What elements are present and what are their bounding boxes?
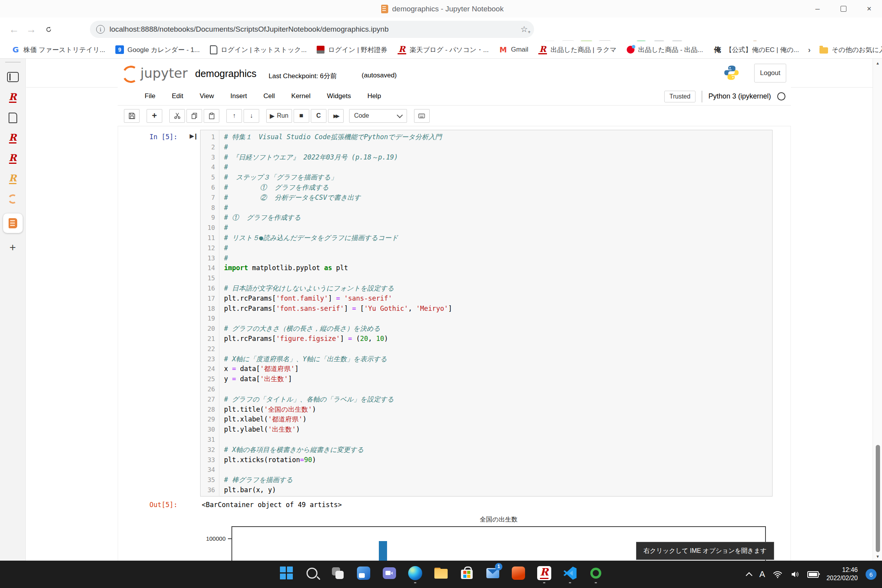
page-scrollbar[interactable]: ▲ ▼	[873, 59, 882, 561]
bookmark-item[interactable]: 株価 ファーストリテイリ...	[6, 43, 110, 56]
browser-navbar: ← → i localhost:8888/notebooks/Documents…	[0, 18, 882, 41]
menu-edit[interactable]: Edit	[163, 92, 191, 100]
rakuten-app-button[interactable]: R	[536, 566, 552, 583]
move-cell-down-button[interactable]: ↓	[244, 109, 259, 123]
active-tab[interactable]: demographics - Jupyter Notebook	[381, 0, 504, 18]
menu-view[interactable]: View	[192, 92, 222, 100]
forward-button[interactable]: →	[23, 21, 40, 38]
save-button[interactable]	[124, 109, 140, 123]
battery-icon[interactable]	[807, 571, 819, 578]
bookmark-item[interactable]: 【公式】俺のEC | 俺の...	[708, 43, 804, 56]
paste-cell-button[interactable]	[204, 109, 219, 123]
url-text[interactable]: localhost:8888/notebooks/Documents/Scrip…	[109, 25, 516, 34]
task-view-button[interactable]	[330, 566, 346, 583]
bookmark-item[interactable]: 出品した商品 | ラクマ	[533, 43, 622, 56]
code-line: # ② 分析データをCSVで書き出す	[224, 193, 772, 203]
widgets-button[interactable]	[356, 566, 371, 583]
bookmark-item[interactable]: 楽天ブログ - パソコン・...	[393, 43, 494, 56]
fast-forward-icon: ▶▶	[333, 113, 338, 119]
add-cell-button[interactable]: +	[147, 109, 162, 123]
menu-cell[interactable]: Cell	[255, 92, 283, 100]
search-button[interactable]	[304, 566, 320, 583]
mail-button[interactable]: 1	[485, 566, 500, 583]
notification-count-badge[interactable]: 6	[866, 569, 877, 580]
rakuten-tab-icon[interactable]: R	[7, 91, 19, 103]
volume-icon[interactable]	[790, 570, 800, 579]
interrupt-kernel-button[interactable]: ■	[294, 109, 309, 123]
code-line: plt.xlabel('都道府県')	[224, 414, 772, 425]
y-axis-tick-label: 100000	[183, 535, 226, 542]
cut-icon	[174, 113, 181, 119]
scroll-down-arrow[interactable]: ▼	[873, 552, 882, 561]
move-cell-up-button[interactable]: ↑	[226, 109, 242, 123]
notebook-active-tab[interactable]	[3, 213, 23, 233]
bookmark-item[interactable]: 出品した商品 - 出品...	[622, 43, 708, 56]
document-tab-icon[interactable]	[7, 112, 19, 124]
copy-icon	[191, 113, 198, 119]
other-favorites-folder[interactable]: その他のお気に入り	[814, 43, 882, 56]
url-bar[interactable]: i localhost:8888/notebooks/Documents/Scr…	[90, 21, 534, 38]
logout-button[interactable]: Logout	[754, 64, 786, 82]
bookmarks-overflow-chevron[interactable]: ›	[804, 45, 815, 54]
jupyter-logo-icon[interactable]	[121, 64, 138, 81]
kernel-divider	[702, 91, 702, 102]
start-button[interactable]	[278, 566, 294, 583]
restart-kernel-button[interactable]: C	[311, 109, 326, 123]
back-button[interactable]: ←	[5, 21, 23, 38]
restart-run-all-button[interactable]: ▶▶	[328, 109, 344, 123]
maximize-button[interactable]	[830, 0, 856, 18]
taskbar-clock[interactable]: 12:46 2022/02/20	[826, 566, 858, 583]
close-button[interactable]: ×	[856, 0, 882, 18]
bookmark-item[interactable]: Gmail	[494, 43, 533, 56]
jupyter-home-tab-icon[interactable]	[7, 193, 19, 205]
rakuten-orange-tab-icon[interactable]: R	[7, 173, 19, 185]
scrollbar-thumb[interactable]	[876, 445, 880, 552]
rakuten-tab-icon[interactable]: R	[7, 132, 19, 144]
bookmark-item[interactable]: ログイン | 野村證券	[312, 43, 392, 56]
menu-widgets[interactable]: Widgets	[319, 92, 359, 100]
anaconda-button[interactable]	[588, 566, 604, 583]
windows-taskbar: 1 R A 12:46 2022/02/20 6	[0, 561, 882, 588]
refresh-button[interactable]	[40, 21, 57, 38]
run-button[interactable]: ▶Run	[266, 109, 292, 123]
copy-cell-button[interactable]	[186, 109, 202, 123]
cut-cell-button[interactable]	[169, 109, 185, 123]
menu-kernel[interactable]: Kernel	[283, 92, 319, 100]
code-line: # X軸に「度道府県名」、Y軸に「出生数」を表示する	[224, 354, 772, 364]
cell-type-select[interactable]: Code	[349, 109, 407, 123]
site-info-icon[interactable]: i	[96, 25, 105, 34]
menu-insert[interactable]: Insert	[222, 92, 255, 100]
new-tab-button[interactable]: +	[7, 242, 19, 253]
chat-button[interactable]	[382, 566, 397, 583]
code-cell-input[interactable]: 1234567891011121314151617181920212223242…	[200, 130, 773, 497]
command-palette-button[interactable]	[414, 109, 430, 123]
bookmark-item[interactable]: ログイン | ネットストック...	[205, 43, 312, 56]
tray-overflow-chevron-icon[interactable]	[746, 572, 753, 579]
minimize-button[interactable]: –	[805, 0, 830, 18]
file-explorer-button[interactable]	[433, 566, 449, 583]
edge-taskbar-button[interactable]	[407, 566, 423, 583]
microsoft-store-button[interactable]	[459, 566, 475, 583]
menu-file[interactable]: File	[136, 92, 163, 100]
add-favorite-icon[interactable]: ☆	[520, 25, 528, 34]
wifi-icon[interactable]	[773, 570, 782, 579]
notebook-book-icon	[9, 218, 17, 228]
rakuten-tab-icon[interactable]: R	[7, 152, 19, 164]
cell-run-marker-icon[interactable]: ▶❙	[190, 133, 197, 140]
run-label: Run	[277, 112, 288, 119]
code-line: # 棒グラフを描画する	[224, 475, 772, 485]
office-button[interactable]	[511, 566, 526, 583]
vscode-button[interactable]	[562, 566, 578, 583]
bookmark-item[interactable]: Google カレンダー - 1...	[110, 43, 205, 56]
menu-help[interactable]: Help	[359, 92, 389, 100]
edge-icon	[408, 566, 422, 580]
jupyter-brand[interactable]: jupyter	[140, 65, 188, 81]
scroll-up-arrow[interactable]: ▲	[873, 59, 882, 67]
rakuten-r-icon: R	[537, 566, 551, 580]
kernel-name[interactable]: Python 3 (ipykernel)	[708, 92, 771, 100]
ime-mode-indicator[interactable]: A	[759, 569, 765, 579]
code-editor[interactable]: # 特集１ Visual Studio Code拡張機能でPythonでデータ分…	[219, 130, 772, 496]
tab-panel-icon[interactable]	[7, 71, 19, 83]
stop-icon: ■	[299, 112, 303, 120]
notebook-title[interactable]: demographics	[195, 68, 256, 79]
